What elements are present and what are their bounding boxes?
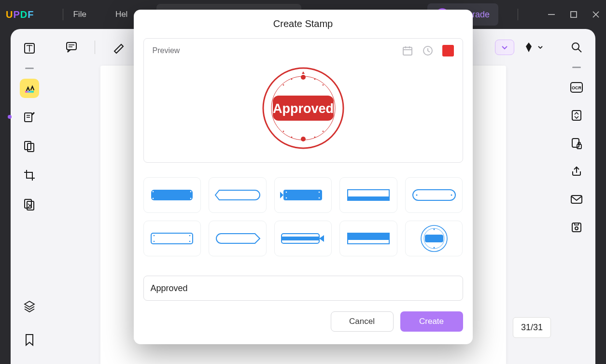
svg-rect-57: [413, 190, 455, 200]
svg-point-42: [282, 131, 284, 132]
svg-rect-50: [283, 190, 322, 200]
svg-point-59: [451, 195, 452, 196]
stamp-text-input[interactable]: [143, 276, 463, 301]
dialog-title: Create Stamp: [143, 18, 463, 29]
stamp-preview: Approved: [262, 67, 345, 150]
svg-point-52: [319, 192, 320, 193]
cancel-button[interactable]: Cancel: [331, 311, 394, 332]
svg-point-61: [154, 235, 155, 237]
svg-rect-68: [348, 233, 389, 240]
clock-icon[interactable]: [422, 45, 434, 56]
dialog-backdrop: Create Stamp Preview: [0, 0, 606, 364]
svg-point-46: [153, 191, 154, 193]
svg-point-62: [189, 235, 191, 237]
template-2[interactable]: [209, 177, 267, 213]
dialog-actions: Cancel Create: [143, 311, 463, 332]
color-swatch[interactable]: [442, 45, 454, 56]
preview-canvas: Approved: [153, 63, 454, 154]
svg-point-54: [319, 197, 320, 199]
svg-point-37: [314, 79, 315, 80]
template-10[interactable]: [405, 221, 463, 256]
svg-point-34: [301, 75, 306, 80]
stamp-text: Approved: [272, 101, 333, 116]
svg-point-35: [301, 137, 306, 141]
svg-point-41: [314, 137, 315, 138]
svg-point-39: [322, 84, 324, 86]
svg-point-47: [190, 191, 192, 193]
template-3[interactable]: [274, 177, 332, 213]
svg-point-40: [291, 137, 292, 138]
svg-rect-66: [282, 237, 319, 240]
preview-box: Preview: [143, 38, 463, 163]
template-8[interactable]: [274, 221, 332, 256]
svg-point-73: [433, 247, 435, 249]
template-9[interactable]: [339, 221, 397, 256]
template-4[interactable]: [339, 177, 397, 213]
preview-label: Preview: [153, 46, 180, 55]
svg-point-48: [153, 198, 154, 199]
template-1[interactable]: [143, 177, 201, 213]
svg-point-53: [286, 197, 287, 199]
svg-rect-60: [151, 233, 193, 244]
template-grid: [143, 177, 463, 256]
template-5[interactable]: [405, 177, 463, 213]
svg-point-43: [322, 131, 324, 132]
create-button[interactable]: Create: [400, 311, 463, 332]
svg-rect-56: [348, 196, 389, 200]
svg-point-58: [416, 195, 417, 196]
create-stamp-dialog: Create Stamp Preview: [134, 10, 473, 344]
svg-rect-45: [151, 190, 193, 200]
template-6[interactable]: [143, 221, 201, 256]
svg-rect-27: [403, 47, 412, 55]
svg-point-64: [189, 241, 191, 242]
svg-point-51: [286, 192, 287, 193]
svg-point-38: [282, 84, 284, 86]
svg-point-49: [190, 198, 192, 199]
svg-point-72: [433, 229, 435, 230]
calendar-icon[interactable]: [402, 45, 413, 56]
svg-point-63: [154, 241, 155, 242]
svg-rect-71: [425, 235, 443, 242]
svg-point-36: [291, 79, 292, 80]
template-7[interactable]: [209, 221, 267, 256]
